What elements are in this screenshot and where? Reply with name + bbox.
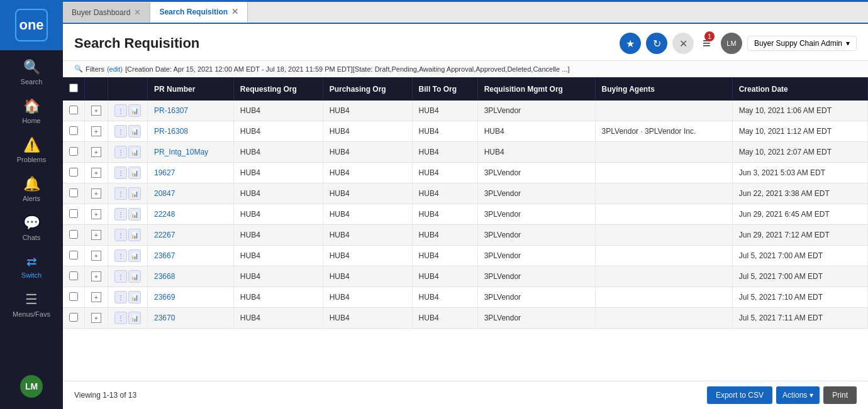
select-all-checkbox[interactable]: [69, 84, 78, 92]
pr-link[interactable]: 23670: [154, 314, 175, 322]
row-checkbox[interactable]: [69, 251, 78, 259]
row-chart-icon[interactable]: 📊: [128, 104, 141, 117]
row-list-icon[interactable]: ⋮: [114, 125, 127, 138]
row-list-icon[interactable]: ⋮: [114, 208, 127, 221]
row-pr-number[interactable]: 20847: [148, 183, 234, 204]
row-chart-icon[interactable]: 📊: [128, 125, 141, 138]
table-container[interactable]: PR Number Requesting Org Purchasing Org …: [63, 77, 868, 381]
row-expand-cell[interactable]: +: [85, 121, 108, 142]
expand-button[interactable]: +: [91, 147, 101, 157]
pr-link[interactable]: 23667: [154, 251, 175, 260]
row-expand-cell[interactable]: +: [85, 287, 108, 308]
row-checkbox-cell[interactable]: [63, 225, 85, 246]
sidebar-item-switch[interactable]: ⇄ Switch: [0, 248, 63, 285]
row-checkbox[interactable]: [69, 209, 78, 218]
sidebar-item-alerts[interactable]: 🔔 Alerts: [0, 170, 63, 209]
menu-button[interactable]: ≡ 1: [703, 35, 711, 52]
tab-close-search-req[interactable]: ✕: [231, 7, 238, 16]
row-checkbox-cell[interactable]: [63, 266, 85, 287]
row-checkbox-cell[interactable]: [63, 308, 85, 329]
row-list-icon[interactable]: ⋮: [114, 104, 127, 117]
row-checkbox[interactable]: [69, 313, 78, 322]
row-checkbox[interactable]: [69, 292, 78, 301]
row-checkbox[interactable]: [69, 271, 78, 280]
row-chart-icon[interactable]: 📊: [128, 146, 141, 158]
pr-link[interactable]: 20847: [154, 189, 175, 198]
row-pr-number[interactable]: 19627: [148, 163, 234, 183]
user-dropdown[interactable]: Buyer Suppy Chain Admin ▾: [747, 36, 857, 51]
pr-link[interactable]: 22248: [154, 210, 175, 219]
row-checkbox[interactable]: [69, 147, 78, 156]
row-chart-icon[interactable]: 📊: [128, 270, 141, 283]
row-pr-number[interactable]: 23668: [148, 266, 234, 287]
export-csv-button[interactable]: Export to CSV: [707, 386, 772, 404]
pr-link[interactable]: PR_Intg_10May: [154, 148, 208, 156]
row-list-icon[interactable]: ⋮: [114, 187, 127, 200]
pr-link[interactable]: 23669: [154, 293, 175, 302]
row-expand-cell[interactable]: +: [85, 163, 108, 183]
row-checkbox-cell[interactable]: [63, 183, 85, 204]
row-pr-number[interactable]: PR_Intg_10May: [148, 142, 234, 163]
print-button[interactable]: Print: [823, 386, 857, 404]
sidebar-item-problems[interactable]: ⚠️ Problems: [0, 131, 63, 170]
expand-button[interactable]: +: [91, 106, 101, 116]
row-checkbox-cell[interactable]: [63, 121, 85, 142]
tab-buyer-dashboard[interactable]: Buyer Dashboard ✕: [63, 3, 150, 22]
row-expand-cell[interactable]: +: [85, 142, 108, 163]
row-expand-cell[interactable]: +: [85, 266, 108, 287]
pr-link[interactable]: PR-16307: [154, 106, 188, 115]
row-chart-icon[interactable]: 📊: [128, 187, 141, 200]
expand-button[interactable]: +: [91, 230, 101, 240]
row-pr-number[interactable]: 23667: [148, 246, 234, 266]
row-checkbox[interactable]: [69, 230, 78, 239]
expand-button[interactable]: +: [91, 313, 101, 323]
pr-link[interactable]: PR-16308: [154, 127, 188, 136]
row-expand-cell[interactable]: +: [85, 183, 108, 204]
row-checkbox-cell[interactable]: [63, 142, 85, 163]
row-list-icon[interactable]: ⋮: [114, 270, 127, 283]
refresh-button[interactable]: ↻: [646, 33, 667, 54]
row-checkbox[interactable]: [69, 168, 78, 177]
row-pr-number[interactable]: 22248: [148, 204, 234, 225]
row-pr-number[interactable]: 23669: [148, 287, 234, 308]
row-checkbox-cell[interactable]: [63, 287, 85, 308]
expand-button[interactable]: +: [91, 251, 101, 261]
row-expand-cell[interactable]: +: [85, 246, 108, 266]
row-chart-icon[interactable]: 📊: [128, 291, 141, 303]
row-checkbox-cell[interactable]: [63, 204, 85, 225]
row-pr-number[interactable]: 22267: [148, 225, 234, 246]
tab-search-requisition[interactable]: Search Requisition ✕: [150, 2, 248, 23]
pr-link[interactable]: 22267: [154, 231, 175, 239]
actions-button[interactable]: Actions ▾: [776, 386, 820, 404]
pr-link[interactable]: 19627: [154, 168, 175, 177]
row-checkbox[interactable]: [69, 126, 78, 135]
sidebar-item-chats[interactable]: 💬 Chats: [0, 209, 63, 248]
star-button[interactable]: ★: [620, 33, 641, 54]
row-pr-number[interactable]: PR-16307: [148, 101, 234, 121]
row-checkbox-cell[interactable]: [63, 163, 85, 183]
row-pr-number[interactable]: 23670: [148, 308, 234, 329]
row-list-icon[interactable]: ⋮: [114, 166, 127, 179]
row-checkbox[interactable]: [69, 188, 78, 197]
row-pr-number[interactable]: PR-16308: [148, 121, 234, 142]
expand-button[interactable]: +: [91, 292, 101, 302]
row-list-icon[interactable]: ⋮: [114, 229, 127, 241]
expand-button[interactable]: +: [91, 168, 101, 178]
expand-button[interactable]: +: [91, 271, 101, 281]
sidebar-item-home[interactable]: 🏠 Home: [0, 92, 63, 131]
filter-edit-link[interactable]: (edit): [107, 65, 123, 73]
row-chart-icon[interactable]: 📊: [128, 249, 141, 262]
row-checkbox-cell[interactable]: [63, 246, 85, 266]
close-button[interactable]: ✕: [672, 33, 694, 54]
sidebar-item-search[interactable]: 🔍 Search: [0, 53, 63, 92]
row-checkbox-cell[interactable]: [63, 101, 85, 121]
pr-link[interactable]: 23668: [154, 272, 175, 281]
row-expand-cell[interactable]: +: [85, 225, 108, 246]
row-list-icon[interactable]: ⋮: [114, 249, 127, 262]
expand-button[interactable]: +: [91, 126, 101, 136]
user-avatar[interactable]: LM: [0, 369, 63, 404]
row-list-icon[interactable]: ⋮: [114, 146, 127, 158]
row-expand-cell[interactable]: +: [85, 308, 108, 329]
expand-button[interactable]: +: [91, 188, 101, 199]
row-list-icon[interactable]: ⋮: [114, 291, 127, 303]
